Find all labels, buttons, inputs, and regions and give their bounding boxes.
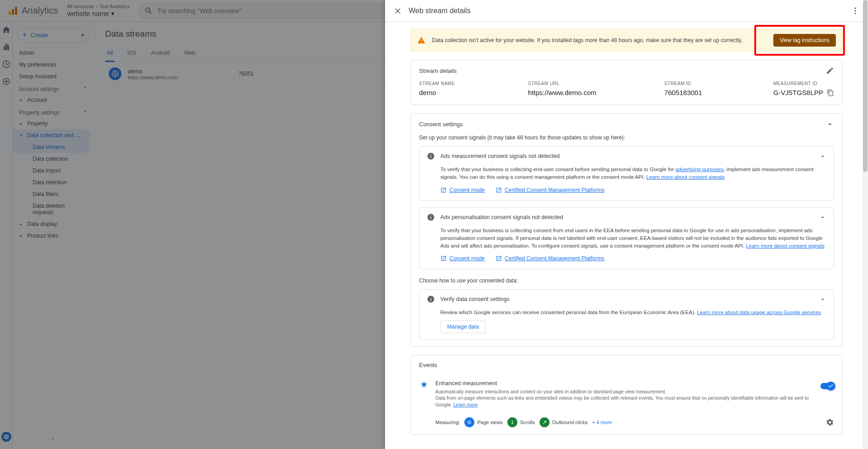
panel-header: Web stream details xyxy=(385,0,868,22)
more-menu-icon[interactable] xyxy=(851,6,860,15)
svg-point-8 xyxy=(854,10,856,11)
svg-point-9 xyxy=(854,13,856,14)
scrollbar-thumb[interactable] xyxy=(863,0,868,22)
page-scrollbar[interactable] xyxy=(863,0,868,22)
web-stream-details-panel: Web stream details Data collection isn't… xyxy=(385,0,868,22)
panel-title: Web stream details xyxy=(409,7,471,15)
close-icon[interactable] xyxy=(393,6,402,15)
svg-point-7 xyxy=(854,7,856,9)
